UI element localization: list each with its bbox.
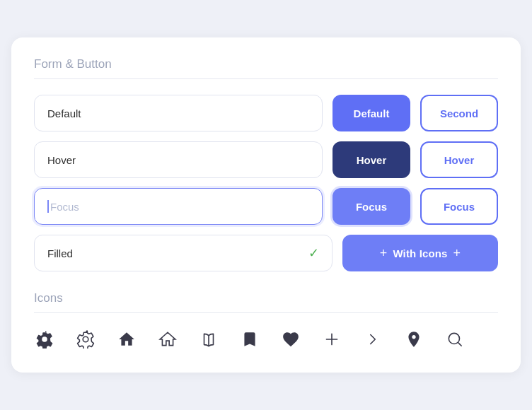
btn-primary-focus[interactable]: Focus [332,188,410,225]
btn-group-focus: Focus Focus [332,188,498,225]
section-icons: Icons [34,291,498,350]
btn-with-icons[interactable]: + With Icons + [342,235,498,271]
svg-point-0 [449,333,459,344]
input-default-value: Default [47,107,81,119]
home-filled-icon[interactable] [116,329,137,350]
section-form-button: Form & Button Default Default Second Hov… [34,57,498,271]
home-outline-icon[interactable] [157,329,178,350]
divider-icons [34,312,498,313]
btn-secondary-focus[interactable]: Focus [420,188,498,225]
search-icon[interactable] [444,329,466,350]
section-title-form: Form & Button [34,57,498,71]
heart-icon[interactable] [280,329,301,350]
btn-secondary-hover[interactable]: Hover [420,141,498,178]
input-rows: Default Default Second Hover Hover Hover [34,95,498,271]
btn-secondary-default[interactable]: Second [420,95,498,131]
input-filled[interactable]: Filled ✓ [34,235,332,271]
plus-left-icon: + [380,246,388,261]
checkmark-icon: ✓ [308,245,319,261]
input-hover[interactable]: Hover [34,141,323,178]
row-hover: Hover Hover Hover [34,141,498,178]
input-focus[interactable]: Focus [34,188,323,225]
cursor-icon [47,200,49,213]
input-default[interactable]: Default [34,95,323,131]
gear-outline-icon[interactable] [75,329,96,350]
row-default: Default Default Second [34,95,498,131]
gear-filled-icon[interactable] [34,329,55,350]
plus-right-icon: + [453,246,461,261]
book-open-icon[interactable] [198,329,219,350]
bookmark-icon[interactable] [239,329,260,350]
input-hover-value: Hover [47,154,76,166]
main-card: Form & Button Default Default Second Hov… [11,37,521,373]
plus-icon[interactable] [321,329,342,350]
chevron-right-icon[interactable] [362,329,383,350]
btn-primary-hover[interactable]: Hover [332,141,410,178]
btn-primary-default[interactable]: Default [332,95,410,131]
icons-row [34,329,498,350]
input-focus-placeholder: Focus [50,201,79,213]
row-focus: Focus Focus Focus [34,188,498,225]
with-icons-label: With Icons [393,247,447,259]
btn-group-hover: Hover Hover [332,141,498,178]
section-title-icons: Icons [34,291,498,305]
row-filled: Filled ✓ + With Icons + [34,235,498,271]
location-icon[interactable] [403,329,424,350]
divider-form [34,78,498,79]
btn-group-default: Default Second [332,95,498,131]
input-filled-value: Filled [47,247,73,259]
